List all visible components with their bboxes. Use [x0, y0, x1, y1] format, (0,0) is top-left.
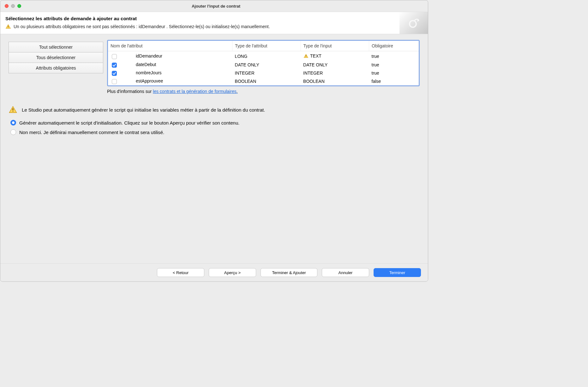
radio-manual-label: Non merci. Je définirai manuellement com…: [19, 130, 164, 135]
title-bar: Ajouter l'input de contrat: [0, 0, 428, 12]
back-button[interactable]: < Retour: [157, 268, 204, 277]
script-info-box: Le Studio peut automatiquement générer l…: [9, 105, 420, 114]
row-checkbox[interactable]: [112, 54, 117, 59]
input-type: INTEGER: [301, 69, 369, 77]
col-attribute-name[interactable]: Nom de l'attribut: [108, 41, 232, 51]
warning-icon: [5, 24, 11, 29]
attr-name: idDemandeur: [118, 53, 162, 58]
row-checkbox[interactable]: [112, 71, 117, 76]
attr-name: dateDebut: [118, 62, 156, 67]
more-info-link[interactable]: les contrats et la génération de formula…: [153, 89, 237, 94]
attr-mandatory: true: [369, 51, 419, 61]
radio-auto-input[interactable]: [10, 120, 16, 126]
table-row[interactable]: nombreJoursINTEGERINTEGERtrue: [108, 69, 419, 77]
mandatory-attributes-button[interactable]: Attributs obligatoires: [9, 63, 103, 73]
selection-area: Tout sélectionner Tous déselectionner At…: [9, 40, 420, 94]
col-mandatory[interactable]: Obligatoire: [369, 41, 419, 51]
more-info-prefix: Plus d'informations sur: [107, 89, 153, 94]
table-row[interactable]: dateDebutDATE ONLYDATE ONLYtrue: [108, 61, 419, 69]
attr-mandatory: true: [369, 69, 419, 77]
col-input-type[interactable]: Type de l'input: [301, 41, 369, 51]
table-row[interactable]: estApprouveeBOOLEANBOOLEANfalse: [108, 77, 419, 85]
finish-and-add-button[interactable]: Terminer & Ajouter: [261, 268, 317, 277]
warning-icon: [9, 105, 17, 114]
attr-mandatory: true: [369, 61, 419, 69]
window-controls: [5, 4, 21, 8]
table-header-row: Nom de l'attribut Type de l'attribut Typ…: [108, 41, 419, 51]
zoom-icon[interactable]: [17, 4, 21, 8]
header-warning-text: Un ou plusieurs attributs obligatoires n…: [14, 24, 270, 29]
deselect-all-button[interactable]: Tous déselectionner: [9, 52, 103, 63]
finish-button[interactable]: Terminer: [374, 268, 421, 277]
footer-buttons: < Retour Aperçu > Terminer & Ajouter Ann…: [0, 263, 428, 281]
radio-auto-generate[interactable]: Générer automatiquement le script d'init…: [9, 120, 420, 126]
attr-type: DATE ONLY: [232, 61, 301, 69]
row-checkbox[interactable]: [112, 63, 117, 68]
script-info-text: Le Studio peut automatiquement générer l…: [22, 107, 265, 113]
input-type: DATE ONLY: [301, 61, 369, 69]
col-attribute-type[interactable]: Type de l'attribut: [232, 41, 301, 51]
cancel-button[interactable]: Annuler: [322, 268, 369, 277]
attributes-table: Nom de l'attribut Type de l'attribut Typ…: [107, 40, 420, 86]
warning-icon: [303, 53, 309, 59]
preview-button[interactable]: Aperçu >: [209, 268, 256, 277]
input-type: TEXT: [301, 51, 369, 61]
attr-mandatory: false: [369, 77, 419, 85]
radio-manual-input[interactable]: [10, 129, 16, 135]
header-warning-line: Un ou plusieurs attributs obligatoires n…: [5, 24, 423, 29]
attr-name: estApprouvee: [118, 78, 163, 83]
script-generation-section: Le Studio peut automatiquement générer l…: [9, 105, 420, 139]
page-heading: Sélectionnez les attributs de demande à …: [5, 16, 423, 21]
attr-name: nombreJours: [118, 70, 162, 75]
attr-type: INTEGER: [232, 69, 301, 77]
dialog-window: Ajouter l'input de contrat Sélectionnez …: [0, 0, 428, 282]
attr-type: BOOLEAN: [232, 77, 301, 85]
content-area: Tout sélectionner Tous déselectionner At…: [0, 34, 428, 263]
header-panel: Sélectionnez les attributs de demande à …: [0, 12, 428, 34]
more-info-line: Plus d'informations sur les contrats et …: [107, 89, 420, 94]
window-title: Ajouter l'input de contrat: [192, 4, 240, 9]
radio-auto-label: Générer automatiquement le script d'init…: [19, 120, 239, 126]
input-type: BOOLEAN: [301, 77, 369, 85]
attr-type: LONG: [232, 51, 301, 61]
brand-logo: [399, 12, 428, 34]
selection-toolbar: Tout sélectionner Tous déselectionner At…: [9, 40, 103, 94]
close-icon[interactable]: [5, 4, 9, 8]
table-row[interactable]: idDemandeurLONG TEXTtrue: [108, 51, 419, 61]
select-all-button[interactable]: Tout sélectionner: [9, 42, 103, 52]
svg-point-2: [410, 21, 416, 27]
minimize-icon: [11, 4, 15, 8]
row-checkbox[interactable]: [112, 79, 117, 84]
radio-manual[interactable]: Non merci. Je définirai manuellement com…: [9, 129, 420, 135]
